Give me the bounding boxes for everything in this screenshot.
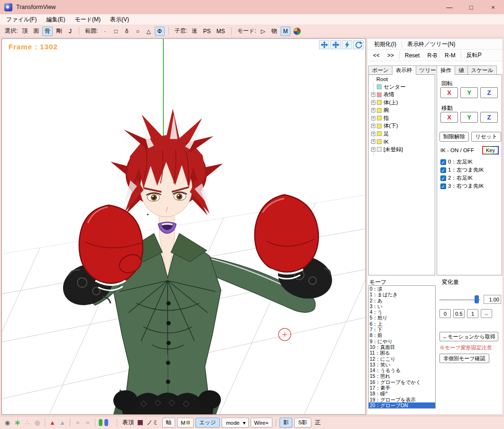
- minimize-button[interactable]: —: [439, 0, 460, 14]
- tree-item[interactable]: + 足: [369, 130, 435, 138]
- morph-list[interactable]: 0：涙1：まばたき2：あ3：い4：う5：怒り6：上7：下8：前9：にやり10：真…: [368, 285, 436, 409]
- tree-item-checkbox[interactable]: [377, 108, 382, 113]
- key-button[interactable]: Key: [482, 146, 499, 155]
- rotate-axis-button[interactable]: Z: [480, 87, 498, 98]
- expand-icon[interactable]: +: [371, 108, 375, 112]
- amount-preset-button[interactable]: 0: [439, 309, 451, 318]
- morph-list-item[interactable]: 13：笑い: [369, 362, 435, 367]
- range-mode-button[interactable]: ○: [133, 27, 143, 36]
- tree-item-checkbox[interactable]: [377, 131, 382, 136]
- normal-label[interactable]: 正: [315, 419, 321, 427]
- asterisk-icon[interactable]: ∗: [13, 419, 21, 427]
- morph-list-item[interactable]: 11：困る: [369, 350, 435, 356]
- expand-icon[interactable]: +: [371, 132, 375, 136]
- limit-release-button[interactable]: 制限解除: [439, 132, 469, 142]
- color-swatch-icon[interactable]: [138, 420, 143, 425]
- move-axis-button[interactable]: X: [440, 112, 458, 123]
- tree-item-checkbox[interactable]: [377, 139, 382, 144]
- expand-icon[interactable]: +: [371, 124, 375, 128]
- morph-list-item[interactable]: 19：グローブを表示: [369, 397, 435, 402]
- checkbox-checked-icon[interactable]: ✓: [440, 175, 446, 181]
- rotate-view-button[interactable]: [353, 40, 364, 49]
- wave-icon-2[interactable]: ≈: [84, 420, 92, 426]
- bone-frame-tree[interactable]: Root + センター + 表情 +: [368, 74, 435, 275]
- close-button[interactable]: ×: [482, 0, 504, 14]
- tab-operate[interactable]: 操作: [437, 65, 455, 75]
- init-button[interactable]: 初期化(I): [370, 39, 400, 49]
- move-view-button[interactable]: [330, 40, 341, 49]
- zoom-view-button[interactable]: [342, 40, 352, 49]
- ik-checkbox-row[interactable]: ✓ 1：左つま先IK: [440, 166, 484, 174]
- nomi-label[interactable]: ノミ: [147, 419, 159, 427]
- pan-view-button[interactable]: [319, 40, 329, 49]
- blue-capsule-icon[interactable]: [104, 419, 108, 426]
- tree-item[interactable]: + 体(下): [369, 122, 435, 130]
- double-circle-icon[interactable]: ◎: [33, 420, 41, 426]
- range-mode-button[interactable]: δ: [122, 27, 132, 36]
- tree-item[interactable]: + 指: [369, 114, 435, 122]
- ik-checkbox-row[interactable]: ✓ 3：右つま先IK: [440, 182, 484, 190]
- morph-list-item[interactable]: 14：うるうる: [369, 367, 435, 373]
- select-mode-button[interactable]: 剛: [54, 27, 64, 36]
- morph-list-item[interactable]: 9：にやり: [369, 338, 435, 344]
- morph-list-item[interactable]: 7：下: [369, 327, 435, 332]
- menu-item[interactable]: ファイル(F): [1, 14, 41, 25]
- shadow-toggle-button[interactable]: 影: [280, 418, 293, 428]
- expand-icon[interactable]: +: [371, 139, 375, 144]
- reset-button[interactable]: Reset: [401, 51, 423, 60]
- tree-item-checkbox[interactable]: [377, 124, 382, 128]
- mode-button[interactable]: ▷: [258, 27, 268, 36]
- subwindow-button[interactable]: MS: [214, 27, 227, 36]
- checkbox-checked-icon[interactable]: ✓: [440, 183, 446, 189]
- reset-values-button[interactable]: リセット: [471, 132, 501, 142]
- range-mode-button[interactable]: □: [111, 27, 121, 36]
- fetch-from-motion-button[interactable]: ←モーションから取得: [439, 332, 498, 341]
- gray-triangle-icon[interactable]: ▲: [58, 420, 66, 426]
- tree-root[interactable]: Root: [369, 75, 435, 83]
- menu-item[interactable]: 編集(E): [41, 14, 70, 25]
- menu-item[interactable]: モード(M): [70, 14, 105, 25]
- range-mode-button[interactable]: ·: [100, 27, 110, 36]
- tree-item-checkbox[interactable]: [377, 116, 382, 120]
- axis-toggle-button[interactable]: 軸: [162, 418, 176, 428]
- select-mode-button[interactable]: 面: [31, 27, 41, 36]
- axis-sphere-icon[interactable]: [293, 27, 301, 35]
- mode-dropdown[interactable]: mode ▾: [222, 418, 249, 428]
- menu-item[interactable]: 表示(V): [105, 14, 134, 25]
- mode-button[interactable]: 物: [269, 27, 280, 36]
- morph-list-item[interactable]: 15：照れ: [369, 373, 435, 379]
- green-capsule-icon[interactable]: [99, 419, 103, 426]
- tab-value[interactable]: 値: [455, 65, 468, 74]
- individual-morph-confirm-button[interactable]: 非個別モーフ確認: [439, 354, 489, 363]
- red-triangle-icon[interactable]: ▲: [48, 420, 56, 426]
- morph-list-item[interactable]: 16：グローブをでかく: [369, 379, 435, 385]
- tree-item-checkbox[interactable]: [377, 92, 382, 97]
- morph-list-item[interactable]: 10：真面目: [369, 344, 435, 350]
- self-shadow-toggle-button[interactable]: S影: [294, 418, 311, 428]
- tab-bone[interactable]: ボーン: [368, 65, 392, 74]
- morph-list-item[interactable]: 0：涙: [369, 286, 435, 292]
- morph-list-item[interactable]: 20：グローブON: [369, 402, 435, 408]
- viewport-3d[interactable]: Frame : 1302: [1, 38, 366, 415]
- reset-bone-button[interactable]: R-B: [423, 51, 441, 60]
- fisheye-icon[interactable]: ◉: [3, 420, 11, 426]
- checkbox-checked-icon[interactable]: ✓: [440, 159, 446, 165]
- rotate-axis-button[interactable]: Y: [460, 87, 478, 98]
- rotate-axis-button[interactable]: X: [440, 87, 458, 98]
- frame-tree-button[interactable]: 表示枠／ツリー(N): [403, 39, 459, 49]
- tab-tree[interactable]: ツリー: [416, 65, 440, 74]
- range-mode-button[interactable]: Φ: [155, 27, 165, 36]
- reset-morph-button[interactable]: R-M: [441, 51, 459, 60]
- tree-item[interactable]: + 表情: [369, 91, 435, 99]
- tree-item[interactable]: + センター: [369, 83, 435, 91]
- ik-checkbox-row[interactable]: ✓ 2：右足IK: [440, 174, 484, 182]
- amount-preset-button[interactable]: 0.5: [453, 309, 465, 318]
- morph-list-item[interactable]: 4：う: [369, 309, 435, 315]
- mode-button[interactable]: M: [280, 27, 290, 36]
- expand-icon[interactable]: +: [371, 147, 375, 152]
- subwindow-button[interactable]: PS: [201, 27, 213, 36]
- expand-icon[interactable]: +: [371, 100, 375, 105]
- tree-item-checkbox[interactable]: [377, 84, 382, 89]
- dots-icon[interactable]: ∴: [23, 420, 31, 426]
- tree-item[interactable]: + 腕: [369, 107, 435, 115]
